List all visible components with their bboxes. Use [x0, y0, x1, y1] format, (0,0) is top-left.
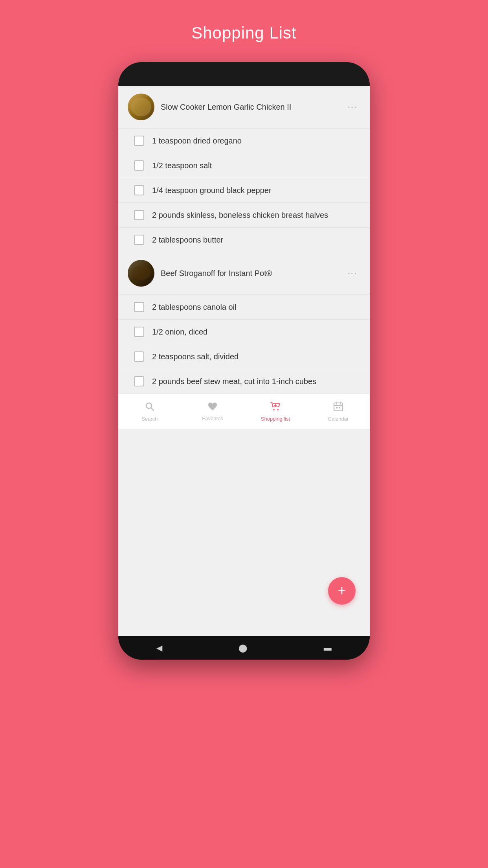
- ingredient-text-1: 1 teaspoon dried oregano: [152, 136, 242, 146]
- list-item: 1 teaspoon dried oregano: [118, 128, 370, 153]
- recipe-thumbnail-1: [128, 94, 154, 120]
- recipe-section-1: Slow Cooker Lemon Garlic Chicken II ··· …: [118, 86, 370, 252]
- ingredient-text-8: 2 teaspoons salt, divided: [152, 351, 238, 362]
- list-item: 2 pounds beef stew meat, cut into 1-inch…: [118, 369, 370, 394]
- checkbox-4[interactable]: [134, 210, 144, 220]
- recipe-section-2: Beef Stroganoff for Instant Pot® ··· 2 t…: [118, 252, 370, 394]
- android-back-button[interactable]: ◀: [156, 643, 162, 653]
- android-recent-button[interactable]: ▬: [324, 644, 332, 653]
- recipe-thumbnail-2: [128, 260, 154, 287]
- ingredient-text-9: 2 pounds beef stew meat, cut into 1-inch…: [152, 376, 316, 386]
- more-options-2[interactable]: ···: [345, 268, 360, 278]
- checkbox-7[interactable]: [134, 327, 144, 337]
- checkbox-5[interactable]: [134, 235, 144, 245]
- svg-rect-9: [339, 407, 340, 408]
- svg-point-3: [277, 409, 279, 410]
- ingredient-text-4: 2 pounds skinless, boneless chicken brea…: [152, 210, 328, 220]
- list-item: 2 pounds skinless, boneless chicken brea…: [118, 202, 370, 227]
- ingredient-text-5: 2 tablespoons butter: [152, 235, 223, 245]
- nav-calendar-item[interactable]: Calendar: [307, 397, 370, 426]
- recipe-header-1: Slow Cooker Lemon Garlic Chicken II ···: [118, 86, 370, 128]
- bottom-navigation: Search Favorites: [118, 394, 370, 429]
- list-item: 2 tablespoons butter: [118, 227, 370, 252]
- nav-favorites-label: Favorites: [202, 416, 223, 421]
- page-title: Shopping List: [191, 24, 297, 42]
- add-item-fab[interactable]: +: [328, 577, 356, 605]
- list-item: 1/2 teaspoon salt: [118, 153, 370, 178]
- checkbox-6[interactable]: [134, 302, 144, 312]
- checkbox-8[interactable]: [134, 351, 144, 362]
- nav-search-label: Search: [141, 416, 158, 422]
- svg-line-1: [151, 408, 154, 410]
- ingredient-text-7: 1/2 onion, diced: [152, 327, 207, 337]
- svg-point-0: [146, 403, 152, 408]
- list-item: 2 teaspoons salt, divided: [118, 344, 370, 369]
- fab-plus-icon: +: [338, 584, 346, 598]
- nav-favorites-item[interactable]: Favorites: [181, 398, 244, 425]
- nav-shopping-label: Shopping list: [261, 416, 290, 422]
- svg-rect-4: [334, 403, 343, 411]
- nav-calendar-label: Calendar: [328, 416, 349, 422]
- phone-frame: Slow Cooker Lemon Garlic Chicken II ··· …: [118, 62, 370, 660]
- ingredient-text-2: 1/2 teaspoon salt: [152, 160, 212, 171]
- list-item: 1/2 onion, diced: [118, 319, 370, 344]
- ingredient-text-6: 2 tablespoons canola oil: [152, 302, 237, 312]
- list-item: 2 tablespoons canola oil: [118, 294, 370, 319]
- recipe-name-2: Beef Stroganoff for Instant Pot®: [161, 269, 345, 278]
- svg-rect-8: [336, 407, 338, 408]
- checkbox-9[interactable]: [134, 376, 144, 386]
- calendar-icon: [333, 401, 343, 414]
- checkbox-1[interactable]: [134, 136, 144, 146]
- recipe-name-1: Slow Cooker Lemon Garlic Chicken II: [161, 103, 345, 112]
- list-item: 1/4 teaspoon ground black pepper: [118, 178, 370, 202]
- recipe-header-2: Beef Stroganoff for Instant Pot® ···: [118, 252, 370, 294]
- checkbox-2[interactable]: [134, 160, 144, 171]
- checkbox-3[interactable]: [134, 185, 144, 195]
- phone-top-bar: [118, 62, 370, 86]
- svg-point-2: [273, 409, 275, 410]
- ingredient-text-3: 1/4 teaspoon ground black pepper: [152, 185, 272, 195]
- search-icon: [145, 401, 155, 414]
- android-nav-bar: ◀ ⬤ ▬: [118, 636, 370, 660]
- heart-icon: [207, 402, 218, 414]
- nav-search-item[interactable]: Search: [118, 397, 181, 426]
- more-options-1[interactable]: ···: [345, 102, 360, 112]
- android-home-button[interactable]: ⬤: [238, 643, 247, 653]
- shopping-cart-icon: [270, 401, 281, 414]
- phone-screen: Slow Cooker Lemon Garlic Chicken II ··· …: [118, 86, 370, 636]
- nav-shopping-item[interactable]: Shopping list: [244, 397, 307, 426]
